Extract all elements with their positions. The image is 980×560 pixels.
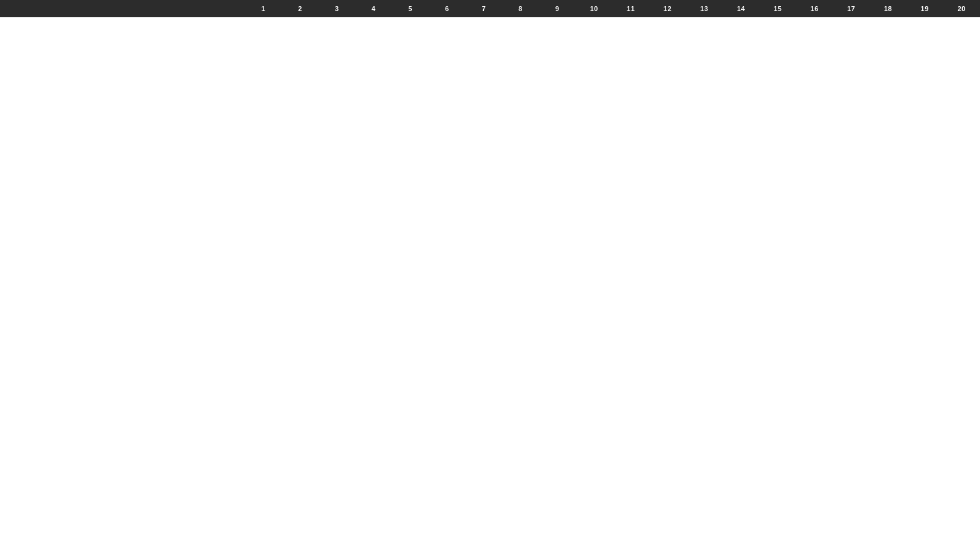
header-row: 1 2 3 4 5 6 7 8 9 10 11 12 13 14 15 16 1… bbox=[0, 0, 980, 17]
header-col-20: 20 bbox=[943, 0, 980, 17]
header-pos bbox=[0, 0, 20, 17]
header-col-6: 6 bbox=[428, 0, 465, 17]
header-rank bbox=[187, 0, 213, 17]
header-col-7: 7 bbox=[465, 0, 502, 17]
header-col-12: 12 bbox=[649, 0, 686, 17]
header-col-9: 9 bbox=[539, 0, 576, 17]
header-col-8: 8 bbox=[502, 0, 539, 17]
header-col-17: 17 bbox=[833, 0, 870, 17]
header-col-5: 5 bbox=[392, 0, 429, 17]
header-global bbox=[155, 0, 187, 17]
header-col-14: 14 bbox=[723, 0, 760, 17]
header-col-19: 19 bbox=[906, 0, 943, 17]
header-col-3: 3 bbox=[318, 0, 355, 17]
header-col-16: 16 bbox=[796, 0, 833, 17]
standings-table: 1 2 3 4 5 6 7 8 9 10 11 12 13 14 15 16 1… bbox=[0, 0, 980, 17]
header-col-4: 4 bbox=[355, 0, 392, 17]
header-col-10: 10 bbox=[576, 0, 612, 17]
header-col-15: 15 bbox=[760, 0, 797, 17]
header-col-2: 2 bbox=[282, 0, 319, 17]
header-col-18: 18 bbox=[870, 0, 907, 17]
header-col-13: 13 bbox=[686, 0, 723, 17]
header-team bbox=[20, 0, 155, 17]
header-rating bbox=[213, 0, 245, 17]
header-col-11: 11 bbox=[612, 0, 649, 17]
header-col-1: 1 bbox=[245, 0, 282, 17]
